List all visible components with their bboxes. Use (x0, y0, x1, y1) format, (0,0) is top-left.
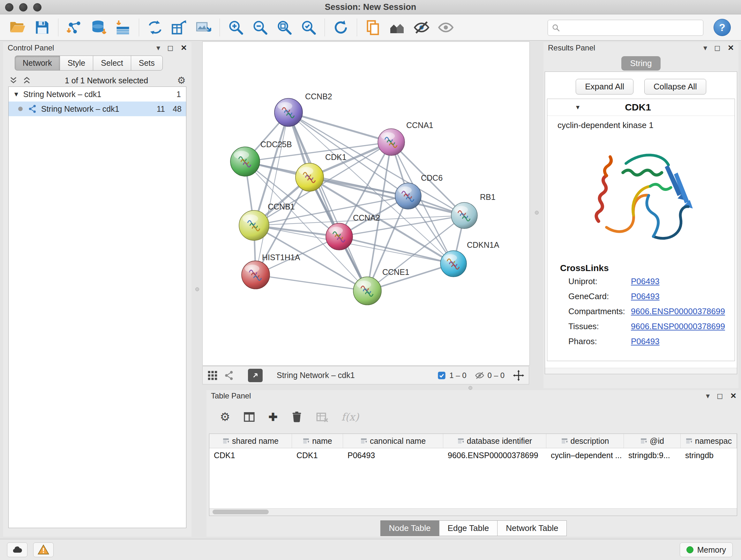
column-header[interactable]: name (292, 434, 343, 448)
network-node-ccnb1[interactable] (239, 210, 269, 240)
network-node-cdc6[interactable] (395, 183, 421, 209)
column-header[interactable]: description (546, 434, 624, 448)
share-network-icon[interactable] (224, 370, 234, 381)
network-node-ccna2[interactable] (326, 223, 353, 250)
delete-column-trash-icon[interactable] (290, 411, 303, 423)
memory-button[interactable]: Memory (680, 543, 733, 557)
collapse-tree-icon[interactable] (22, 76, 31, 85)
network-edge[interactable] (367, 196, 408, 291)
add-column-icon[interactable]: ✚ (268, 411, 278, 423)
import-table-button[interactable] (111, 17, 135, 38)
network-row-selected[interactable]: String Network – cdk1 11 48 (9, 102, 186, 116)
network-node-ccna1[interactable] (378, 129, 405, 155)
network-collection-row[interactable]: ▼ String Network – cdk1 1 (9, 87, 186, 102)
selected-checkbox-icon[interactable] (437, 371, 446, 380)
clone-network-button[interactable] (167, 17, 192, 38)
tab-string[interactable]: String (621, 56, 661, 71)
expand-tree-icon[interactable] (9, 76, 18, 85)
cell-description[interactable]: cyclin–dependent ... (546, 448, 624, 462)
panel-float-icon[interactable]: ◻ (714, 44, 721, 52)
hide-selected-button[interactable] (409, 17, 434, 38)
cloud-button[interactable] (7, 543, 27, 557)
cell-database-identifier[interactable]: 9606.ENSP00000378699 (443, 448, 546, 462)
network-edge[interactable] (256, 275, 367, 291)
hidden-eye-slash-icon[interactable] (475, 371, 484, 380)
network-edge[interactable] (339, 237, 454, 264)
panel-menu-icon[interactable]: ▾ (156, 44, 160, 52)
birds-eye-view-icon[interactable] (207, 370, 218, 381)
table-settings-gear-icon[interactable]: ⚙ (220, 410, 230, 424)
new-network-button[interactable] (143, 17, 167, 38)
cell-namespace[interactable]: stringdb (681, 448, 737, 462)
tab-network-table[interactable]: Network Table (497, 520, 567, 536)
network-node-cdkn1a[interactable] (441, 251, 467, 277)
horizontal-splitter-handle[interactable] (468, 386, 472, 390)
column-header[interactable]: @id (624, 434, 681, 448)
network-edge[interactable] (310, 177, 464, 215)
crosslink-tissues-link[interactable]: 9606.ENSP00000378699 (631, 321, 725, 331)
network-node-rb1[interactable] (451, 202, 477, 229)
expand-all-button[interactable]: Expand All (576, 79, 633, 95)
cell-canonical-name[interactable]: P06493 (343, 448, 443, 462)
tab-node-table[interactable]: Node Table (381, 520, 440, 536)
import-network-database-button[interactable] (86, 17, 111, 38)
network-canvas[interactable]: CCNB2CCNA1CDC25BCDK1CDC6RB1CCNB1CCNA2CDK… (202, 42, 530, 366)
tab-style[interactable]: Style (60, 56, 93, 71)
help-button[interactable]: ? (714, 19, 731, 36)
tab-edge-table[interactable]: Edge Table (439, 520, 498, 536)
network-node-cdk1[interactable] (295, 163, 324, 191)
cell-id[interactable]: stringdb:9... (624, 448, 681, 462)
network-edge[interactable] (288, 112, 367, 291)
zoom-selected-button[interactable] (296, 17, 321, 38)
import-network-file-button[interactable] (62, 17, 86, 38)
refresh-network-button[interactable] (329, 17, 353, 38)
tab-select[interactable]: Select (93, 56, 131, 71)
tab-sets[interactable]: Sets (131, 56, 163, 71)
network-node-cdc25b[interactable] (230, 147, 260, 176)
open-session-button[interactable] (6, 17, 30, 38)
search-input[interactable] (563, 21, 698, 34)
panel-menu-icon[interactable]: ▾ (706, 391, 710, 400)
gene-card-header[interactable]: ▾ CDK1 (547, 99, 735, 116)
panel-close-icon[interactable]: ✕ (730, 391, 737, 400)
vertical-splitter-handle[interactable] (195, 287, 199, 291)
vertical-splitter-handle[interactable] (535, 211, 539, 214)
panel-float-icon[interactable]: ◻ (167, 44, 174, 52)
table-horizontal-scrollbar[interactable] (209, 508, 737, 516)
tree-collapse-icon[interactable]: ▼ (13, 91, 19, 98)
fit-content-crosshair-icon[interactable] (513, 370, 524, 381)
panel-float-icon[interactable]: ◻ (717, 391, 723, 400)
show-columns-icon[interactable] (243, 411, 256, 423)
network-options-gear-icon[interactable]: ⚙ (177, 76, 186, 85)
open-in-window-button[interactable] (248, 369, 263, 382)
network-edge[interactable] (256, 112, 288, 275)
network-node-hist1h1a[interactable] (242, 261, 270, 289)
crosslink-uniprot-link[interactable]: P06493 (631, 276, 660, 287)
zoom-out-button[interactable] (248, 17, 272, 38)
network-node-ccne1[interactable] (353, 277, 381, 305)
column-header[interactable]: canonical name (343, 434, 443, 448)
warnings-button[interactable] (33, 543, 54, 557)
collapse-all-button[interactable]: Collapse All (644, 79, 706, 95)
copy-view-button[interactable] (361, 17, 385, 38)
crosslink-compartments-link[interactable]: 9606.ENSP00000378699 (631, 307, 725, 316)
zoom-in-button[interactable] (224, 17, 248, 38)
gene-collapse-icon[interactable]: ▾ (576, 103, 580, 111)
tab-network[interactable]: Network (15, 56, 60, 71)
scrollbar-thumb[interactable] (212, 509, 269, 514)
column-header[interactable]: shared name (209, 434, 292, 448)
show-all-button[interactable] (434, 17, 458, 38)
export-image-button[interactable] (192, 17, 216, 38)
panel-close-icon[interactable]: ✕ (181, 44, 187, 52)
table-row[interactable]: CDK1 CDK1 P06493 9606.ENSP00000378699 cy… (209, 448, 737, 462)
cell-name[interactable]: CDK1 (292, 448, 343, 462)
home-button[interactable] (385, 17, 409, 38)
column-header[interactable]: database identifier (443, 434, 546, 448)
cell-shared-name[interactable]: CDK1 (209, 448, 292, 462)
network-node-ccnb2[interactable] (274, 98, 302, 126)
panel-close-icon[interactable]: ✕ (728, 44, 734, 52)
save-session-button[interactable] (30, 17, 54, 38)
zoom-fit-button[interactable] (272, 17, 296, 38)
crosslink-pharos-link[interactable]: P06493 (631, 336, 660, 347)
panel-menu-icon[interactable]: ▾ (703, 44, 707, 52)
